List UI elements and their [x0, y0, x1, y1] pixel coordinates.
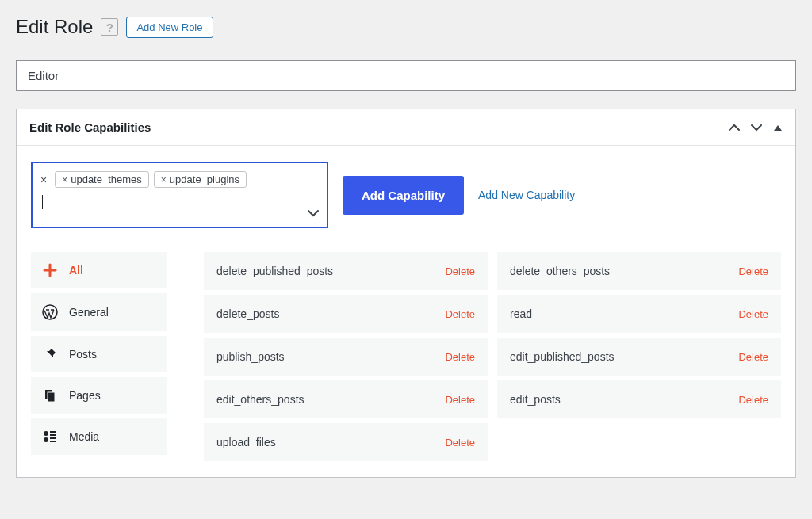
add-new-role-button[interactable]: Add New Role	[126, 17, 213, 38]
delete-capability-link[interactable]: Delete	[738, 308, 768, 320]
capability-row: edit_others_posts Delete	[204, 380, 488, 418]
capability-row: edit_posts Delete	[497, 380, 781, 418]
tag-update-plugins[interactable]: × update_plugins	[154, 171, 247, 188]
media-icon	[42, 429, 58, 444]
capability-name: upload_files	[216, 436, 276, 448]
add-new-capability-link[interactable]: Add New Capability	[478, 189, 575, 201]
nav-label: General	[69, 306, 109, 319]
panel-title: Edit Role Capabilities	[29, 120, 151, 134]
capabilities-panel: Edit Role Capabilities × ×	[16, 109, 796, 478]
tag-update-themes[interactable]: × update_themes	[55, 171, 149, 188]
chevron-up-icon[interactable]	[729, 124, 740, 132]
nav-item-pages[interactable]: Pages	[31, 377, 167, 414]
category-nav: All General Posts	[31, 252, 167, 461]
capability-tag-input[interactable]: × × update_themes × update_plugins	[31, 162, 328, 228]
nav-label: Posts	[69, 348, 97, 361]
pages-icon	[42, 388, 58, 403]
delete-capability-link[interactable]: Delete	[738, 265, 768, 277]
delete-capability-link[interactable]: Delete	[738, 351, 768, 363]
add-capability-button[interactable]: Add Capability	[343, 176, 464, 215]
page-title: Edit Role	[16, 16, 93, 38]
wordpress-icon	[42, 304, 58, 320]
tag-label: update_themes	[71, 174, 142, 185]
svg-point-4	[44, 437, 48, 442]
nav-item-posts[interactable]: Posts	[31, 336, 167, 372]
capability-row: publish_posts Delete	[204, 338, 488, 376]
delete-capability-link[interactable]: Delete	[445, 265, 475, 277]
capability-name: publish_posts	[216, 350, 285, 363]
nav-item-media[interactable]: Media	[31, 418, 167, 455]
delete-capability-link[interactable]: Delete	[445, 351, 475, 363]
capability-row: delete_posts Delete	[204, 295, 488, 333]
capability-name: read	[510, 307, 532, 320]
capability-name: delete_posts	[216, 307, 279, 320]
nav-label: Media	[69, 430, 99, 443]
collapse-triangle-icon[interactable]	[773, 124, 783, 132]
delete-capability-link[interactable]: Delete	[445, 394, 475, 406]
nav-item-general[interactable]: General	[31, 293, 167, 331]
capability-name: edit_posts	[510, 393, 561, 406]
delete-capability-link[interactable]: Delete	[445, 308, 475, 320]
tag-label: update_plugins	[170, 174, 239, 185]
svg-rect-2	[48, 392, 55, 402]
pin-icon	[42, 347, 58, 361]
capability-row: read Delete	[497, 295, 781, 333]
svg-point-3	[44, 431, 48, 436]
role-name-input[interactable]	[16, 60, 796, 91]
dropdown-chevron-icon[interactable]	[308, 209, 319, 217]
delete-capability-link[interactable]: Delete	[738, 394, 768, 406]
capability-row: delete_others_posts Delete	[497, 252, 781, 290]
capability-row: edit_published_posts Delete	[497, 338, 781, 376]
nav-item-all[interactable]: All	[31, 252, 167, 288]
clear-all-icon[interactable]: ×	[40, 174, 47, 186]
capability-name: delete_published_posts	[216, 265, 333, 277]
capability-name: edit_published_posts	[510, 350, 615, 363]
delete-capability-link[interactable]: Delete	[445, 437, 475, 448]
nav-label: Pages	[69, 389, 101, 402]
text-cursor	[42, 195, 43, 209]
capability-row: upload_files Delete	[204, 423, 488, 461]
capability-name: edit_others_posts	[216, 393, 304, 406]
capabilities-grid: delete_published_posts Delete delete_oth…	[204, 252, 781, 461]
plus-icon	[42, 263, 58, 277]
chevron-down-icon[interactable]	[751, 124, 762, 132]
help-icon[interactable]: ?	[101, 18, 118, 36]
capability-row: delete_published_posts Delete	[204, 252, 488, 290]
capability-name: delete_others_posts	[510, 265, 610, 277]
tag-remove-icon[interactable]: ×	[62, 174, 67, 185]
tag-remove-icon[interactable]: ×	[161, 174, 167, 185]
nav-label: All	[69, 264, 83, 277]
